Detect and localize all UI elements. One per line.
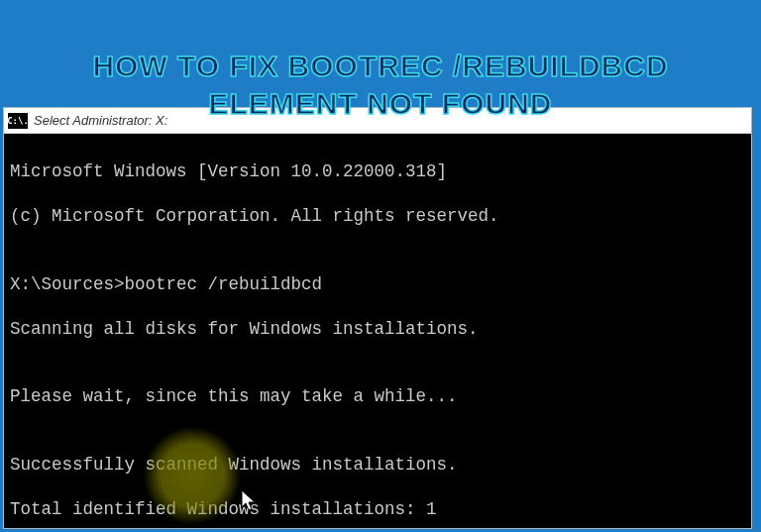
terminal-line: Please wait, since this may take a while… <box>10 385 745 408</box>
terminal-output[interactable]: Microsoft Windows [Version 10.0.22000.31… <box>4 134 751 528</box>
headline-line1: HOW TO FIX BOOTREC /REBUILDBCD <box>0 48 761 85</box>
terminal-line: Successfully scanned Windows installatio… <box>10 454 745 477</box>
window-title: Select Administrator: X: <box>34 113 167 128</box>
window-titlebar[interactable]: C:\. Select Administrator: X: <box>4 108 751 134</box>
terminal-line: X:\Sources>bootrec /rebuildbcd <box>10 273 745 296</box>
terminal-line: (c) Microsoft Corporation. All rights re… <box>10 205 745 228</box>
terminal-line: Total identified Windows installations: … <box>10 498 745 521</box>
terminal-line: Microsoft Windows [Version 10.0.22000.31… <box>10 160 745 183</box>
cmd-icon: C:\. <box>8 113 28 129</box>
command-prompt-window: C:\. Select Administrator: X: Microsoft … <box>3 107 752 529</box>
terminal-line: Scanning all disks for Windows installat… <box>10 318 745 341</box>
